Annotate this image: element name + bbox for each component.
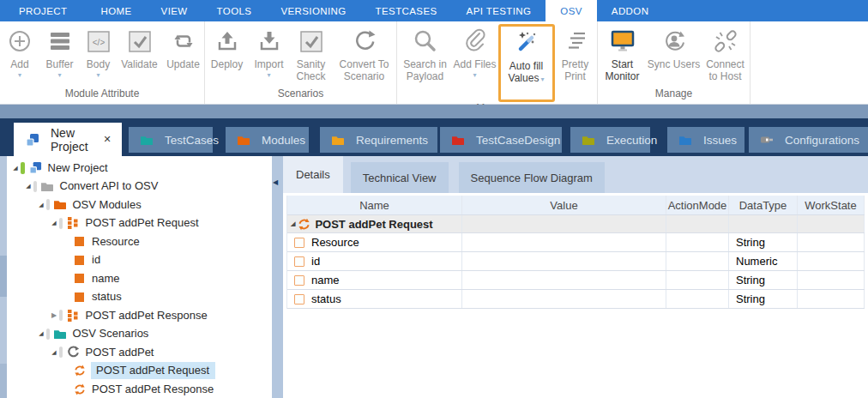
tree-item-addpet-request-scenario[interactable]: POST addPet Request: [7, 362, 272, 381]
cell-actionmode[interactable]: [666, 290, 729, 308]
import-button[interactable]: Import ▾: [249, 24, 290, 80]
panel-splitter[interactable]: ◀: [272, 156, 283, 398]
cell-actionmode[interactable]: [666, 252, 729, 270]
menu-testcases[interactable]: TESTCASES: [361, 0, 452, 21]
pretty-print-button[interactable]: Pretty Print: [555, 24, 596, 83]
body-button[interactable]: </> Body ▾: [81, 24, 117, 80]
menu-view[interactable]: VIEW: [147, 0, 202, 21]
row-checkbox[interactable]: [294, 238, 304, 248]
tab-testcasedesign[interactable]: TestCaseDesign: [440, 127, 562, 153]
tab-execution[interactable]: Execution: [570, 127, 650, 153]
tab-modules[interactable]: Modules: [226, 127, 309, 153]
menu-osv[interactable]: OSV: [546, 0, 597, 21]
close-icon[interactable]: ✕: [104, 134, 112, 145]
row-checkbox[interactable]: [294, 256, 304, 267]
cell-datatype[interactable]: Numeric: [729, 252, 798, 270]
column-header-workstate[interactable]: WorkState: [798, 196, 865, 214]
buffer-button[interactable]: Buffer ▾: [39, 24, 81, 80]
tree-item-osv-scenarios[interactable]: ◢ OSV Scenarios: [7, 325, 272, 344]
deploy-button[interactable]: Deploy: [206, 24, 249, 70]
cell-workstate[interactable]: [798, 271, 865, 289]
scroll-thumb[interactable]: [0, 364, 7, 398]
tree-item-post-addpet[interactable]: ◢ POST addPet: [7, 343, 272, 362]
cell-actionmode[interactable]: [666, 233, 729, 251]
dropdown-caret-icon[interactable]: ▾: [473, 71, 476, 80]
collapse-panel-icon[interactable]: ◀: [273, 178, 278, 186]
cell-datatype[interactable]: String: [729, 290, 798, 308]
tab-requirements[interactable]: Requirements: [320, 127, 437, 153]
cell-workstate[interactable]: [798, 252, 865, 270]
tab-testcases[interactable]: TestCases: [129, 127, 213, 153]
column-header-datatype[interactable]: DataType: [729, 196, 798, 214]
menu-project[interactable]: PROJECT: [0, 0, 86, 21]
table-row-status[interactable]: status String: [287, 290, 865, 309]
expand-arrow-icon[interactable]: ◢: [23, 183, 33, 190]
column-header-name[interactable]: Name: [287, 196, 462, 214]
tree-item-id[interactable]: id: [7, 251, 272, 270]
tab-details[interactable]: Details: [283, 156, 343, 193]
cell-workstate[interactable]: [798, 233, 865, 251]
connect-to-host-button[interactable]: Connect to Host: [702, 24, 750, 83]
expand-arrow-icon[interactable]: ◢: [49, 220, 59, 226]
table-group-row[interactable]: ◢ POST addPet Request: [287, 214, 865, 233]
tree-item-osv-modules[interactable]: ◢ OSV Modules: [7, 196, 272, 214]
dropdown-caret-icon[interactable]: ▾: [57, 71, 61, 80]
table-row-name[interactable]: name String: [287, 271, 865, 290]
expand-arrow-icon[interactable]: ◢: [291, 220, 295, 227]
tree-item-addpet-response-scenario[interactable]: POST addPet Response: [7, 380, 272, 398]
tree-item-addpet-response-module[interactable]: ▶ POST addPet Response: [7, 306, 272, 325]
expand-arrow-icon[interactable]: ▶: [49, 311, 59, 319]
tree-item-convert-api[interactable]: ◢ Convert API to OSV: [7, 178, 272, 196]
cell-workstate[interactable]: [798, 290, 865, 308]
tab-new-project[interactable]: New Project ✕: [14, 123, 122, 156]
cell-datatype[interactable]: String: [729, 233, 798, 251]
cell-value[interactable]: [462, 290, 666, 308]
expand-arrow-icon[interactable]: ◢: [49, 349, 59, 356]
cell-value[interactable]: [462, 215, 666, 232]
dropdown-caret-icon[interactable]: ▾: [96, 71, 99, 80]
expand-arrow-icon[interactable]: ◢: [36, 330, 46, 337]
add-button[interactable]: Add ▾: [1, 24, 39, 80]
validate-button[interactable]: Validate: [117, 24, 163, 70]
cell-value[interactable]: [462, 252, 666, 270]
cell-datatype[interactable]: String: [729, 271, 798, 289]
convert-to-scenario-button[interactable]: Convert To Scenario: [333, 24, 396, 83]
tree-item-status[interactable]: status: [7, 288, 272, 307]
menu-api-testing[interactable]: API TESTING: [452, 0, 546, 21]
sync-users-button[interactable]: Sync Users: [647, 24, 702, 70]
tab-issues[interactable]: Issues: [667, 127, 744, 153]
dropdown-caret-icon[interactable]: ▾: [18, 71, 21, 80]
scroll-thumb[interactable]: [0, 256, 7, 297]
menu-versioning[interactable]: VERSIONING: [266, 0, 360, 21]
tree-item-resource[interactable]: Resource: [7, 232, 272, 251]
search-in-payload-button[interactable]: Search in Payload: [399, 24, 452, 83]
cell-value[interactable]: [462, 233, 666, 251]
auto-fill-values-button[interactable]: Auto fill Values▾: [498, 24, 555, 102]
table-row-resource[interactable]: Resource String: [287, 233, 865, 252]
tab-configurations[interactable]: Configurations: [749, 127, 868, 153]
cell-workstate[interactable]: [798, 215, 865, 232]
tree-item-new-project[interactable]: ◢ New Project: [7, 159, 272, 178]
menu-home[interactable]: HOME: [86, 0, 146, 21]
menu-addon[interactable]: ADDON: [597, 0, 664, 21]
row-checkbox[interactable]: [294, 275, 304, 286]
tab-technical-view[interactable]: Technical View: [351, 162, 449, 193]
start-monitor-button[interactable]: Start Monitor: [599, 24, 647, 83]
tree-item-addpet-request-module[interactable]: ◢ POST addPet Request: [7, 214, 272, 233]
expand-arrow-icon[interactable]: ◢: [10, 165, 21, 172]
menu-tools[interactable]: TOOLS: [202, 0, 267, 21]
dropdown-caret-icon[interactable]: ▾: [267, 71, 270, 80]
column-header-actionmode[interactable]: ActionMode: [666, 196, 729, 214]
sanity-check-button[interactable]: Sanity Check: [290, 24, 333, 83]
cell-actionmode[interactable]: [666, 271, 729, 289]
add-files-button[interactable]: Add Files ▾: [452, 24, 498, 80]
dropdown-caret-icon[interactable]: ▾: [540, 75, 544, 83]
left-scroll-strip[interactable]: [0, 156, 7, 398]
tab-sequence-flow-diagram[interactable]: Sequence Flow Diagram: [459, 162, 605, 193]
cell-datatype[interactable]: [729, 215, 798, 232]
row-checkbox[interactable]: [294, 294, 304, 305]
table-row-id[interactable]: id Numeric: [287, 252, 865, 271]
tree-item-name[interactable]: name: [7, 269, 272, 288]
cell-actionmode[interactable]: [666, 215, 729, 232]
column-header-value[interactable]: Value: [462, 196, 666, 214]
